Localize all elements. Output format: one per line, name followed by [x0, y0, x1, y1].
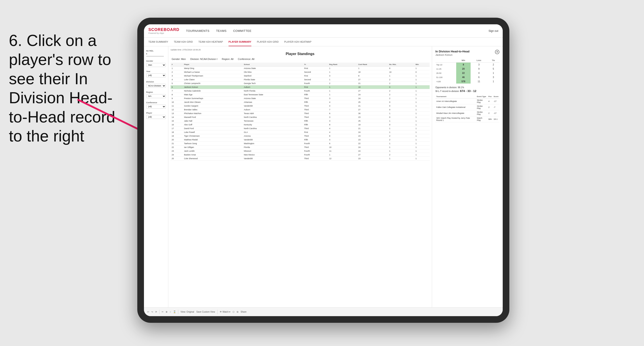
cell-win: 1 [414, 131, 430, 134]
table-row[interactable]: 9 Preston Summerhays Arizona State Third… [170, 97, 430, 100]
tourney-pos: 2 [488, 104, 493, 110]
cell-win: 1 [414, 108, 430, 112]
table-row[interactable]: 20 Matthew Riedel Vanderbilt Fifth 4 23 … [170, 138, 430, 142]
h2h-player-name: Jackson Koivun [436, 53, 470, 56]
table-row[interactable]: 7 Nicholas Gabrelcik North Florida Fourt… [170, 89, 430, 93]
h2h-close-button[interactable]: ✕ [495, 50, 500, 54]
scoreboard-logo: SCOREBOARD Powered by clippi [148, 27, 180, 34]
table-row[interactable]: 17 David Ford North Carolina Third 4 21 … [170, 127, 430, 131]
table-row[interactable]: 22 Ian Gilligan Florida Third 10 24 1 1 [170, 146, 430, 149]
cell-win: 1 [414, 85, 430, 89]
cell-conf: 1 [357, 67, 388, 70]
cell-rds: 0 [388, 104, 414, 108]
table-row[interactable]: 11 Gordon Sargent Vanderbilt Third 4 21 … [170, 104, 430, 108]
add-button[interactable]: ⊕ [166, 311, 168, 313]
nav-tournaments[interactable]: TOURNAMENTS [186, 28, 210, 34]
tourney-name: SEC Match Play Hosted by Jerry Pate Roun… [436, 116, 476, 122]
table-row[interactable]: 4 Luke Claton Florida State Second 1 27 … [170, 78, 430, 82]
timer-button[interactable]: ⌛ [173, 311, 176, 313]
redo-button[interactable]: ↪ [151, 311, 153, 313]
region-filter: Region N/A [146, 91, 166, 98]
gender-select[interactable]: Men Women [146, 63, 166, 67]
cell-conf: 24 [357, 149, 388, 153]
cell-player: Christo Lamprecht [183, 82, 243, 85]
cut-button[interactable]: ✂ [162, 311, 164, 313]
table-row[interactable]: 5 Christo Lamprecht Georgia Tech Fourth … [170, 82, 430, 85]
tournament-row: Fallen Oak Collegiate Invitational Strok… [436, 104, 500, 110]
table-row[interactable]: 1 Wenyi Ding Arizona State First 1 1 8 1 [170, 67, 430, 70]
cell-rds: 1 [388, 112, 414, 115]
table-row[interactable]: 18 Luke Powell GLA First 4 24 1 1 [170, 131, 430, 134]
h2h-loss: 9 [470, 67, 488, 71]
cell-school: North Carolina [243, 127, 303, 131]
h2h-tie: 3 [488, 75, 500, 79]
table-row[interactable]: 21 Taehoon Song Washington Fourth 6 22 1… [170, 142, 430, 146]
col-reg-rank: Reg Rank [328, 63, 357, 67]
cell-reg: 1 [328, 78, 357, 82]
table-row[interactable]: 15 Jake Hall Tennessee Fifth 3 25 1 1 [170, 119, 430, 123]
view-original-button[interactable]: View: Original [180, 311, 194, 313]
cell-num: 10 [170, 100, 183, 104]
subnav-team-h2h-heatmap[interactable]: TEAM H2H HEATMAP [198, 38, 223, 46]
cell-yr: Second [303, 78, 328, 82]
nav-teams[interactable]: TEAMS [216, 28, 226, 34]
cell-win: 1 [414, 89, 430, 93]
cell-player: Alex Goff [183, 123, 243, 127]
sign-out-button[interactable]: Sign out [488, 29, 498, 32]
share-button[interactable]: Share [240, 311, 246, 313]
table-row[interactable]: 6 Jackson Koivun Auburn First 1 18 0 1 [170, 85, 430, 89]
cell-conf: 27 [357, 153, 388, 157]
cell-conf: 23 [357, 157, 388, 161]
cell-conf: 24 [357, 97, 388, 100]
table-row[interactable]: 23 Jack Lundin Missouri Fourth 11 24 1 1 [170, 149, 430, 153]
table-row[interactable]: 10 Jacob Mon Olesen Arkansas Fifth 4 25 … [170, 100, 430, 104]
player-select[interactable]: (All) [146, 115, 166, 119]
subnav-player-h2h-heatmap[interactable]: PLAYER H2H HEATMAP [284, 38, 311, 46]
cell-player: Tiger Christensen [183, 134, 243, 138]
subnav-player-summary[interactable]: PLAYER SUMMARY [228, 38, 251, 46]
cell-num: 12 [170, 108, 183, 112]
center-panel: Update time: 27/01/2024 16:56:26 Player … [168, 46, 432, 307]
subnav-player-h2h-grid[interactable]: PLAYER H2H GRID [257, 38, 278, 46]
grid-button[interactable]: ⧉ [237, 311, 238, 313]
h2h-row: 11-25 20 9 5 [436, 67, 500, 71]
cell-reg: 6 [328, 112, 357, 115]
table-row[interactable]: 2 Michael La Sasse Ole Miss Second 1 18 … [170, 70, 430, 74]
table-row[interactable]: 14 Maxwell Ford North Carolina Third 3 2… [170, 115, 430, 119]
cell-yr: Fourth [303, 89, 328, 93]
refresh-button[interactable]: ⟳ [155, 311, 157, 313]
table-row[interactable]: 19 Tiger Christensen Arizona Third 8 23 … [170, 134, 430, 138]
nav-committee[interactable]: COMMITTEE [233, 28, 252, 34]
region-select[interactable]: N/A [146, 94, 166, 98]
table-row[interactable]: 12 Brendan Valles Auburn Third 7 27 0 1 [170, 108, 430, 112]
cell-reg: 1 [328, 85, 357, 89]
table-row[interactable]: 13 Phichaksn Maichon Texas A&M Third 6 3… [170, 112, 430, 115]
table-row[interactable]: 3 Michael Thorbjornsen Stanford First 3 … [170, 74, 430, 78]
hex-button[interactable]: ⬡ [232, 311, 234, 313]
subnav-team-summary[interactable]: TEAM SUMMARY [148, 38, 168, 46]
table-row[interactable]: 8 Mats Ege East Tennessee State Fifth 1 … [170, 93, 430, 97]
undo-button[interactable]: ↩ [147, 311, 149, 313]
tourney-score: -7 [493, 104, 500, 110]
cell-win: 1 [414, 142, 430, 146]
h2h-row: 26-50 22 4 1 [436, 71, 500, 75]
cell-school: GLA [243, 131, 303, 134]
cell-conf: 27 [357, 108, 388, 112]
cell-player: Maxwell Ford [183, 115, 243, 119]
slider-track[interactable] [146, 56, 164, 57]
cell-num: 1 [170, 67, 183, 70]
region-label: Region [146, 91, 166, 93]
cell-school: Ole Miss [243, 70, 303, 74]
h2h-win: 578 [456, 79, 470, 84]
table-row[interactable]: 24 Bastien Amat New Mexico Fourth 1 27 2… [170, 153, 430, 157]
subnav-team-h2h-grid[interactable]: TEAM H2H GRID [174, 38, 193, 46]
year-label: Year [146, 70, 166, 72]
save-custom-view-button[interactable]: Save Custom View [196, 311, 215, 313]
table-row[interactable]: 25 Cole Sherwood Vanderbilt Third 12 23 … [170, 157, 430, 161]
division-select[interactable]: NCAA Division I [146, 84, 166, 88]
circle-button[interactable]: ○ [170, 311, 171, 313]
year-select[interactable]: (All) [146, 73, 166, 77]
watch-button[interactable]: 👁 Watch ▾ [220, 311, 230, 313]
conference-select[interactable]: (All) [146, 105, 166, 109]
table-row[interactable]: 16 Alex Goff Kentucky Fifth 8 19 0 1 [170, 123, 430, 127]
